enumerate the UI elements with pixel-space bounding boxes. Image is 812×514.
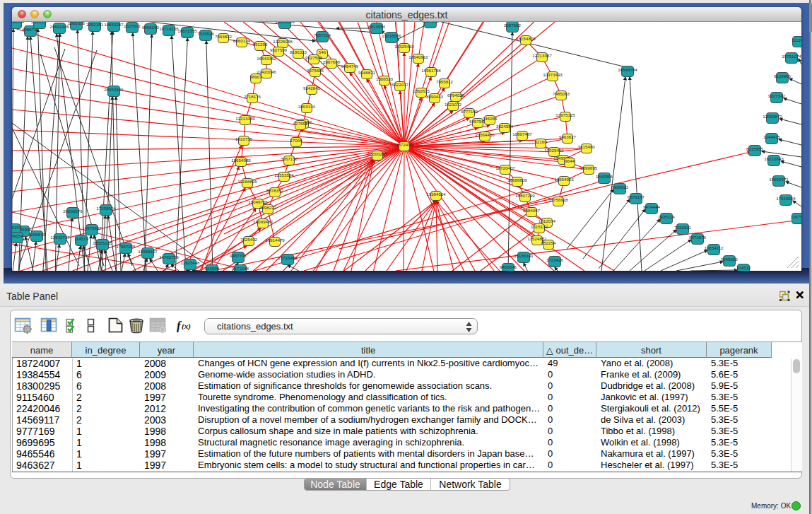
svg-text:12213369: 12213369 <box>235 116 255 121</box>
svg-text:2803144: 2803144 <box>298 104 316 109</box>
svg-text:2718176: 2718176 <box>244 94 261 99</box>
svg-text:9242845: 9242845 <box>303 86 321 90</box>
svg-text:12353594: 12353594 <box>274 173 294 177</box>
svg-text:6466160: 6466160 <box>142 25 160 30</box>
svg-text:1810755: 1810755 <box>235 136 253 141</box>
svg-text:9527508: 9527508 <box>305 55 323 60</box>
svg-text:19756928: 19756928 <box>548 197 568 202</box>
svg-text:13226058: 13226058 <box>273 39 293 44</box>
svg-text:16543362: 16543362 <box>257 56 276 61</box>
svg-text:16914479: 16914479 <box>265 238 285 243</box>
svg-text:7485063: 7485063 <box>553 91 570 96</box>
svg-text:546: 546 <box>319 49 326 54</box>
svg-text:1244415: 1244415 <box>763 134 781 139</box>
svg-text:9684067: 9684067 <box>523 208 541 213</box>
svg-text:19384554: 19384554 <box>426 192 446 197</box>
svg-text:339154: 339154 <box>12 225 22 230</box>
svg-text:9227342: 9227342 <box>768 93 786 98</box>
svg-text:1872400: 1872400 <box>396 142 413 147</box>
svg-text:10807487: 10807487 <box>512 132 532 136</box>
svg-text:12975125: 12975125 <box>555 112 575 117</box>
svg-text:1621072: 1621072 <box>445 102 462 107</box>
svg-text:252254: 252254 <box>541 240 556 245</box>
svg-text:9527509: 9527509 <box>270 47 288 52</box>
svg-text:20364436: 20364436 <box>475 132 495 137</box>
svg-text:98901: 98901 <box>249 74 262 79</box>
svg-text:9129966: 9129966 <box>774 74 792 78</box>
svg-text:13654923: 13654923 <box>554 177 574 182</box>
svg-text:13720407: 13720407 <box>495 165 515 170</box>
svg-text:17957225: 17957225 <box>116 244 136 249</box>
svg-text:19975887: 19975887 <box>82 226 102 230</box>
svg-text:1156819: 1156819 <box>28 232 45 237</box>
svg-text:7515526: 7515526 <box>197 31 215 36</box>
svg-text:16099489: 16099489 <box>253 219 273 224</box>
svg-text:9699695: 9699695 <box>580 165 598 170</box>
svg-text:22420046: 22420046 <box>257 69 276 74</box>
svg-text:116753: 116753 <box>791 214 801 219</box>
svg-text:114519: 114519 <box>74 236 89 241</box>
svg-text:18300295: 18300295 <box>367 151 387 156</box>
svg-text:18640910: 18640910 <box>408 54 428 59</box>
svg-text:7625402: 7625402 <box>240 237 258 242</box>
svg-text:12213967: 12213967 <box>532 53 552 58</box>
svg-text:8660124: 8660124 <box>233 38 251 43</box>
svg-text:9463627: 9463627 <box>559 134 577 139</box>
svg-text:17006: 17006 <box>290 138 302 143</box>
svg-text:9694565: 9694565 <box>422 22 440 23</box>
svg-text:9457791: 9457791 <box>230 253 247 258</box>
svg-text:16648784: 16648784 <box>618 67 637 72</box>
svg-text:10025433: 10025433 <box>544 148 564 153</box>
svg-text:16782759: 16782759 <box>159 255 179 259</box>
svg-text:15692971: 15692971 <box>769 177 789 182</box>
svg-text:7955812: 7955812 <box>436 79 454 84</box>
svg-text:19654985: 19654985 <box>231 158 251 163</box>
svg-text:13325419: 13325419 <box>394 44 414 49</box>
svg-text:1527602: 1527602 <box>124 23 141 28</box>
svg-text:15716485: 15716485 <box>278 255 298 260</box>
svg-text:16154808: 16154808 <box>516 36 536 41</box>
svg-text:20053346: 20053346 <box>104 87 124 92</box>
svg-text:9465546: 9465546 <box>500 264 517 269</box>
svg-text:11923448: 11923448 <box>180 260 200 265</box>
svg-text:5938923: 5938923 <box>611 185 629 189</box>
svg-text:891295: 891295 <box>253 42 268 47</box>
svg-text:62160: 62160 <box>534 139 547 144</box>
svg-text:10671355: 10671355 <box>177 28 197 33</box>
svg-text:1640954: 1640954 <box>596 174 613 179</box>
svg-text:15751074: 15751074 <box>782 54 801 59</box>
svg-text:2093137: 2093137 <box>31 22 49 24</box>
svg-text:10958107: 10958107 <box>138 249 158 254</box>
svg-text:924506: 924506 <box>205 266 220 271</box>
svg-text:19046766: 19046766 <box>248 199 268 204</box>
svg-text:7857224: 7857224 <box>314 33 331 37</box>
svg-text:8834054: 8834054 <box>12 22 25 24</box>
svg-text:111243: 111243 <box>792 37 801 42</box>
svg-text:5878352: 5878352 <box>266 188 284 193</box>
svg-text:15136141: 15136141 <box>514 253 534 258</box>
svg-text:9146821: 9146821 <box>358 70 376 75</box>
svg-text:2087682: 2087682 <box>504 23 522 28</box>
svg-text:9644: 9644 <box>565 158 575 163</box>
svg-text:9474444: 9474444 <box>643 204 661 209</box>
svg-text:8813054: 8813054 <box>368 24 386 29</box>
svg-text:1362615: 1362615 <box>413 88 430 93</box>
svg-text:18807249: 18807249 <box>515 193 535 198</box>
svg-text:2935114: 2935114 <box>658 214 675 219</box>
svg-text:20691406: 20691406 <box>49 24 69 29</box>
svg-text:2967608: 2967608 <box>323 59 341 64</box>
svg-text:3675685: 3675685 <box>307 68 324 73</box>
svg-text:16033809: 16033809 <box>275 22 295 24</box>
svg-text:17359924: 17359924 <box>96 206 116 211</box>
svg-text:1588520: 1588520 <box>376 76 394 81</box>
svg-text:12093872: 12093872 <box>763 114 782 119</box>
svg-text:1733426: 1733426 <box>546 257 564 262</box>
svg-text:39154: 39154 <box>12 233 23 238</box>
svg-text:8186323: 8186323 <box>290 49 307 54</box>
svg-text:1812074: 1812074 <box>539 218 556 223</box>
svg-text:2092151: 2092151 <box>86 22 104 27</box>
svg-text:3624554: 3624554 <box>496 124 514 129</box>
svg-text:6879197: 6879197 <box>628 194 645 199</box>
svg-text:104512: 104512 <box>736 265 751 270</box>
svg-text:9245652: 9245652 <box>721 257 739 262</box>
